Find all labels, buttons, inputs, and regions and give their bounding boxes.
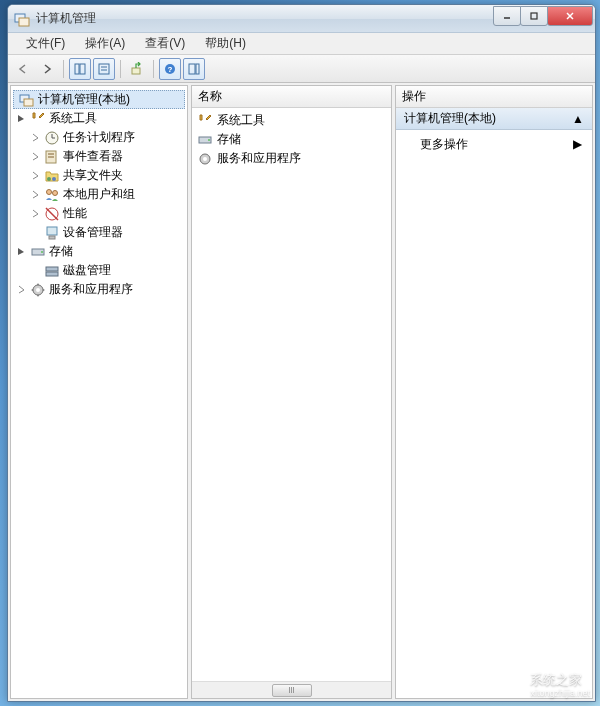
storage-icon [197, 132, 213, 148]
svg-rect-1 [19, 18, 29, 26]
titlebar[interactable]: 计算机管理 [8, 5, 595, 33]
svg-rect-6 [75, 64, 79, 74]
list-label: 存储 [217, 131, 241, 148]
svg-rect-17 [24, 99, 33, 106]
actions-context: 计算机管理(本地) [404, 110, 496, 127]
toolbar-separator [153, 60, 154, 78]
tree-task-scheduler[interactable]: 任务计划程序 [13, 128, 185, 147]
watermark-logo-icon [496, 670, 524, 698]
svg-rect-35 [46, 272, 58, 276]
list-item[interactable]: 服务和应用程序 [195, 149, 388, 168]
action-more[interactable]: 更多操作 ▶ [396, 134, 592, 154]
properties-button[interactable] [93, 58, 115, 80]
tree-shared-folders[interactable]: 共享文件夹 [13, 166, 185, 185]
tree-label: 性能 [63, 205, 87, 222]
maximize-button[interactable] [520, 6, 548, 26]
expand-icon[interactable] [29, 208, 41, 220]
app-icon [14, 11, 30, 27]
submenu-arrow-icon: ▶ [573, 137, 582, 151]
svg-rect-30 [47, 227, 57, 235]
svg-rect-3 [531, 13, 537, 19]
computer-mgmt-icon [19, 92, 35, 108]
users-icon [44, 187, 60, 203]
svg-point-41 [203, 157, 207, 161]
toolbar-separator [63, 60, 64, 78]
watermark: 系统之家 xitongzhijia.net [496, 670, 590, 698]
tree-local-users[interactable]: 本地用户和组 [13, 185, 185, 204]
export-button[interactable] [126, 58, 148, 80]
menubar: 文件(F) 操作(A) 查看(V) 帮助(H) [8, 33, 595, 55]
svg-point-24 [47, 177, 51, 181]
tree-root[interactable]: 计算机管理(本地) [13, 90, 185, 109]
tree-label: 磁盘管理 [63, 262, 111, 279]
svg-point-39 [208, 139, 210, 141]
tree-disk-management[interactable]: 磁盘管理 [13, 261, 185, 280]
event-log-icon [44, 149, 60, 165]
help-button[interactable]: ? [159, 58, 181, 80]
tree-event-viewer[interactable]: 事件查看器 [13, 147, 185, 166]
forward-button[interactable] [36, 58, 58, 80]
minimize-button[interactable] [493, 6, 521, 26]
list-header[interactable]: 名称 [192, 86, 391, 108]
menu-view[interactable]: 查看(V) [135, 33, 195, 54]
list-item[interactable]: 系统工具 [195, 111, 388, 130]
clock-icon [44, 130, 60, 146]
list-item[interactable]: 存储 [195, 130, 388, 149]
services-icon [197, 151, 213, 167]
menu-help[interactable]: 帮助(H) [195, 33, 256, 54]
svg-rect-34 [46, 267, 58, 271]
tools-icon [30, 111, 46, 127]
expand-icon[interactable] [29, 170, 41, 182]
tree-system-tools[interactable]: 系统工具 [13, 109, 185, 128]
list-pane: 名称 系统工具 存储 服务和应用程序 [191, 85, 392, 699]
svg-point-25 [52, 177, 56, 181]
column-name: 名称 [198, 88, 222, 105]
svg-rect-11 [132, 68, 140, 74]
storage-icon [30, 244, 46, 260]
expand-icon[interactable] [29, 189, 41, 201]
tree-label: 服务和应用程序 [49, 281, 133, 298]
actions-list: 更多操作 ▶ [396, 130, 592, 158]
tree-device-manager[interactable]: 设备管理器 [13, 223, 185, 242]
expand-icon[interactable] [15, 284, 27, 296]
collapse-arrow-icon: ▲ [572, 112, 584, 126]
device-icon [44, 225, 60, 241]
content-area: 计算机管理(本地) 系统工具 任务计划程序 事件查看器 [8, 83, 595, 701]
tree-view[interactable]: 计算机管理(本地) 系统工具 任务计划程序 事件查看器 [11, 86, 187, 303]
menu-file[interactable]: 文件(F) [16, 33, 75, 54]
show-hide-tree-button[interactable] [69, 58, 91, 80]
scrollbar-thumb[interactable] [272, 684, 312, 697]
svg-rect-31 [49, 236, 55, 239]
expand-icon[interactable] [29, 151, 41, 163]
collapse-icon[interactable] [15, 246, 27, 258]
tree-label: 本地用户和组 [63, 186, 135, 203]
disk-icon [44, 263, 60, 279]
tree-label: 设备管理器 [63, 224, 123, 241]
actions-context-bar[interactable]: 计算机管理(本地) ▲ [396, 108, 592, 130]
svg-point-37 [36, 288, 40, 292]
window-title: 计算机管理 [36, 10, 494, 27]
actions-pane: 操作 计算机管理(本地) ▲ 更多操作 ▶ [395, 85, 593, 699]
svg-point-27 [53, 190, 58, 195]
tree-label: 存储 [49, 243, 73, 260]
horizontal-scrollbar[interactable] [192, 681, 391, 698]
services-icon [30, 282, 46, 298]
back-button[interactable] [12, 58, 34, 80]
tree-label: 任务计划程序 [63, 129, 135, 146]
shared-folder-icon [44, 168, 60, 184]
tree-services-apps[interactable]: 服务和应用程序 [13, 280, 185, 299]
tree-storage[interactable]: 存储 [13, 242, 185, 261]
svg-point-33 [41, 251, 43, 253]
actions-title: 操作 [402, 88, 426, 105]
collapse-icon[interactable] [15, 113, 27, 125]
expand-icon[interactable] [29, 132, 41, 144]
close-button[interactable] [547, 6, 593, 26]
list-view[interactable]: 系统工具 存储 服务和应用程序 [192, 108, 391, 681]
list-label: 服务和应用程序 [217, 150, 301, 167]
menu-action[interactable]: 操作(A) [75, 33, 135, 54]
show-actions-button[interactable] [183, 58, 205, 80]
toolbar-separator [120, 60, 121, 78]
tree-performance[interactable]: 性能 [13, 204, 185, 223]
tree-label: 系统工具 [49, 110, 97, 127]
actions-header: 操作 [396, 86, 592, 108]
